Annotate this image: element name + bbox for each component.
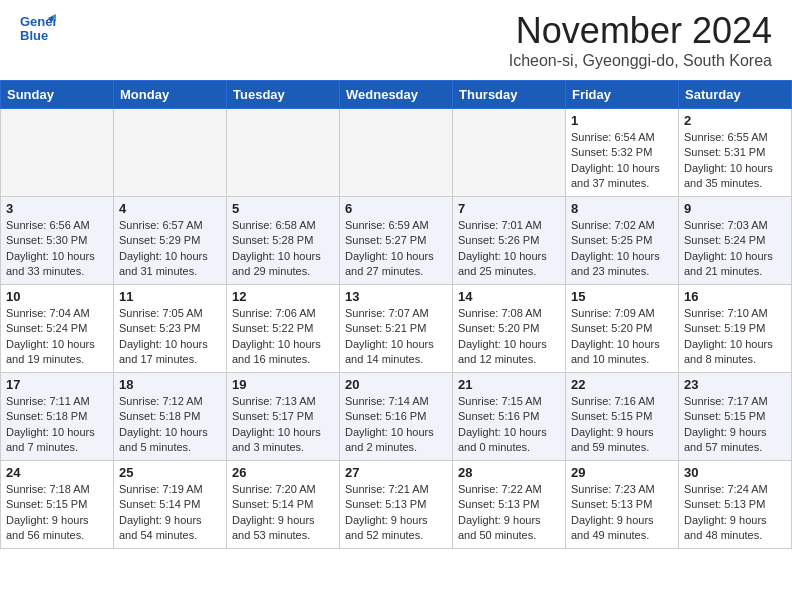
day-info: Sunrise: 7:04 AM Sunset: 5:24 PM Dayligh… bbox=[6, 306, 108, 368]
calendar-day-cell: 1Sunrise: 6:54 AM Sunset: 5:32 PM Daylig… bbox=[566, 109, 679, 197]
calendar-day-cell: 12Sunrise: 7:06 AM Sunset: 5:22 PM Dayli… bbox=[227, 285, 340, 373]
calendar-day-cell: 18Sunrise: 7:12 AM Sunset: 5:18 PM Dayli… bbox=[114, 373, 227, 461]
calendar-day-cell: 23Sunrise: 7:17 AM Sunset: 5:15 PM Dayli… bbox=[679, 373, 792, 461]
day-number: 28 bbox=[458, 465, 560, 480]
day-number: 4 bbox=[119, 201, 221, 216]
calendar-day-cell: 10Sunrise: 7:04 AM Sunset: 5:24 PM Dayli… bbox=[1, 285, 114, 373]
day-info: Sunrise: 7:05 AM Sunset: 5:23 PM Dayligh… bbox=[119, 306, 221, 368]
calendar-day-cell: 9Sunrise: 7:03 AM Sunset: 5:24 PM Daylig… bbox=[679, 197, 792, 285]
calendar-day-cell bbox=[453, 109, 566, 197]
day-info: Sunrise: 6:58 AM Sunset: 5:28 PM Dayligh… bbox=[232, 218, 334, 280]
day-info: Sunrise: 6:55 AM Sunset: 5:31 PM Dayligh… bbox=[684, 130, 786, 192]
day-number: 14 bbox=[458, 289, 560, 304]
calendar-day-cell bbox=[114, 109, 227, 197]
day-number: 24 bbox=[6, 465, 108, 480]
day-number: 12 bbox=[232, 289, 334, 304]
weekday-header-wednesday: Wednesday bbox=[340, 81, 453, 109]
title-block: November 2024 Icheon-si, Gyeonggi-do, So… bbox=[509, 10, 772, 70]
calendar-day-cell: 2Sunrise: 6:55 AM Sunset: 5:31 PM Daylig… bbox=[679, 109, 792, 197]
day-info: Sunrise: 7:03 AM Sunset: 5:24 PM Dayligh… bbox=[684, 218, 786, 280]
calendar-day-cell: 22Sunrise: 7:16 AM Sunset: 5:15 PM Dayli… bbox=[566, 373, 679, 461]
calendar-week-row: 1Sunrise: 6:54 AM Sunset: 5:32 PM Daylig… bbox=[1, 109, 792, 197]
day-info: Sunrise: 7:21 AM Sunset: 5:13 PM Dayligh… bbox=[345, 482, 447, 544]
calendar-day-cell: 26Sunrise: 7:20 AM Sunset: 5:14 PM Dayli… bbox=[227, 461, 340, 549]
day-number: 20 bbox=[345, 377, 447, 392]
weekday-header-saturday: Saturday bbox=[679, 81, 792, 109]
calendar-day-cell: 20Sunrise: 7:14 AM Sunset: 5:16 PM Dayli… bbox=[340, 373, 453, 461]
day-info: Sunrise: 7:17 AM Sunset: 5:15 PM Dayligh… bbox=[684, 394, 786, 456]
day-number: 6 bbox=[345, 201, 447, 216]
logo: General Blue bbox=[20, 10, 56, 46]
day-info: Sunrise: 6:57 AM Sunset: 5:29 PM Dayligh… bbox=[119, 218, 221, 280]
day-number: 29 bbox=[571, 465, 673, 480]
day-number: 21 bbox=[458, 377, 560, 392]
calendar-day-cell: 24Sunrise: 7:18 AM Sunset: 5:15 PM Dayli… bbox=[1, 461, 114, 549]
calendar-day-cell: 11Sunrise: 7:05 AM Sunset: 5:23 PM Dayli… bbox=[114, 285, 227, 373]
calendar-day-cell: 8Sunrise: 7:02 AM Sunset: 5:25 PM Daylig… bbox=[566, 197, 679, 285]
location: Icheon-si, Gyeonggi-do, South Korea bbox=[509, 52, 772, 70]
day-info: Sunrise: 7:06 AM Sunset: 5:22 PM Dayligh… bbox=[232, 306, 334, 368]
calendar-day-cell: 28Sunrise: 7:22 AM Sunset: 5:13 PM Dayli… bbox=[453, 461, 566, 549]
day-info: Sunrise: 7:07 AM Sunset: 5:21 PM Dayligh… bbox=[345, 306, 447, 368]
calendar-day-cell: 6Sunrise: 6:59 AM Sunset: 5:27 PM Daylig… bbox=[340, 197, 453, 285]
logo-icon: General Blue bbox=[20, 10, 56, 46]
calendar-week-row: 24Sunrise: 7:18 AM Sunset: 5:15 PM Dayli… bbox=[1, 461, 792, 549]
calendar-day-cell bbox=[227, 109, 340, 197]
calendar-day-cell: 17Sunrise: 7:11 AM Sunset: 5:18 PM Dayli… bbox=[1, 373, 114, 461]
day-info: Sunrise: 6:56 AM Sunset: 5:30 PM Dayligh… bbox=[6, 218, 108, 280]
svg-text:General: General bbox=[20, 14, 56, 29]
calendar-day-cell: 19Sunrise: 7:13 AM Sunset: 5:17 PM Dayli… bbox=[227, 373, 340, 461]
day-number: 7 bbox=[458, 201, 560, 216]
day-info: Sunrise: 7:16 AM Sunset: 5:15 PM Dayligh… bbox=[571, 394, 673, 456]
calendar-day-cell: 3Sunrise: 6:56 AM Sunset: 5:30 PM Daylig… bbox=[1, 197, 114, 285]
day-number: 27 bbox=[345, 465, 447, 480]
day-number: 18 bbox=[119, 377, 221, 392]
calendar-day-cell: 15Sunrise: 7:09 AM Sunset: 5:20 PM Dayli… bbox=[566, 285, 679, 373]
day-info: Sunrise: 7:08 AM Sunset: 5:20 PM Dayligh… bbox=[458, 306, 560, 368]
day-number: 5 bbox=[232, 201, 334, 216]
weekday-header-row: SundayMondayTuesdayWednesdayThursdayFrid… bbox=[1, 81, 792, 109]
day-info: Sunrise: 7:23 AM Sunset: 5:13 PM Dayligh… bbox=[571, 482, 673, 544]
weekday-header-thursday: Thursday bbox=[453, 81, 566, 109]
calendar-day-cell: 7Sunrise: 7:01 AM Sunset: 5:26 PM Daylig… bbox=[453, 197, 566, 285]
day-info: Sunrise: 7:02 AM Sunset: 5:25 PM Dayligh… bbox=[571, 218, 673, 280]
day-number: 2 bbox=[684, 113, 786, 128]
svg-text:Blue: Blue bbox=[20, 28, 48, 43]
day-number: 8 bbox=[571, 201, 673, 216]
day-info: Sunrise: 7:10 AM Sunset: 5:19 PM Dayligh… bbox=[684, 306, 786, 368]
day-number: 30 bbox=[684, 465, 786, 480]
calendar-week-row: 17Sunrise: 7:11 AM Sunset: 5:18 PM Dayli… bbox=[1, 373, 792, 461]
day-info: Sunrise: 7:11 AM Sunset: 5:18 PM Dayligh… bbox=[6, 394, 108, 456]
weekday-header-tuesday: Tuesday bbox=[227, 81, 340, 109]
day-info: Sunrise: 7:12 AM Sunset: 5:18 PM Dayligh… bbox=[119, 394, 221, 456]
day-number: 16 bbox=[684, 289, 786, 304]
day-info: Sunrise: 7:19 AM Sunset: 5:14 PM Dayligh… bbox=[119, 482, 221, 544]
calendar-day-cell: 30Sunrise: 7:24 AM Sunset: 5:13 PM Dayli… bbox=[679, 461, 792, 549]
calendar-table: SundayMondayTuesdayWednesdayThursdayFrid… bbox=[0, 80, 792, 549]
calendar-week-row: 3Sunrise: 6:56 AM Sunset: 5:30 PM Daylig… bbox=[1, 197, 792, 285]
day-number: 3 bbox=[6, 201, 108, 216]
calendar-day-cell: 4Sunrise: 6:57 AM Sunset: 5:29 PM Daylig… bbox=[114, 197, 227, 285]
day-info: Sunrise: 7:18 AM Sunset: 5:15 PM Dayligh… bbox=[6, 482, 108, 544]
day-number: 26 bbox=[232, 465, 334, 480]
calendar-day-cell: 29Sunrise: 7:23 AM Sunset: 5:13 PM Dayli… bbox=[566, 461, 679, 549]
day-number: 23 bbox=[684, 377, 786, 392]
day-info: Sunrise: 7:22 AM Sunset: 5:13 PM Dayligh… bbox=[458, 482, 560, 544]
day-info: Sunrise: 6:54 AM Sunset: 5:32 PM Dayligh… bbox=[571, 130, 673, 192]
day-info: Sunrise: 6:59 AM Sunset: 5:27 PM Dayligh… bbox=[345, 218, 447, 280]
calendar-week-row: 10Sunrise: 7:04 AM Sunset: 5:24 PM Dayli… bbox=[1, 285, 792, 373]
day-number: 22 bbox=[571, 377, 673, 392]
calendar-day-cell: 27Sunrise: 7:21 AM Sunset: 5:13 PM Dayli… bbox=[340, 461, 453, 549]
month-title: November 2024 bbox=[509, 10, 772, 52]
day-info: Sunrise: 7:01 AM Sunset: 5:26 PM Dayligh… bbox=[458, 218, 560, 280]
calendar-day-cell: 21Sunrise: 7:15 AM Sunset: 5:16 PM Dayli… bbox=[453, 373, 566, 461]
calendar-day-cell: 16Sunrise: 7:10 AM Sunset: 5:19 PM Dayli… bbox=[679, 285, 792, 373]
day-number: 17 bbox=[6, 377, 108, 392]
page-header: General Blue November 2024 Icheon-si, Gy… bbox=[0, 0, 792, 75]
calendar-day-cell: 25Sunrise: 7:19 AM Sunset: 5:14 PM Dayli… bbox=[114, 461, 227, 549]
calendar-day-cell: 14Sunrise: 7:08 AM Sunset: 5:20 PM Dayli… bbox=[453, 285, 566, 373]
calendar-day-cell: 5Sunrise: 6:58 AM Sunset: 5:28 PM Daylig… bbox=[227, 197, 340, 285]
calendar-day-cell: 13Sunrise: 7:07 AM Sunset: 5:21 PM Dayli… bbox=[340, 285, 453, 373]
day-info: Sunrise: 7:09 AM Sunset: 5:20 PM Dayligh… bbox=[571, 306, 673, 368]
day-number: 9 bbox=[684, 201, 786, 216]
